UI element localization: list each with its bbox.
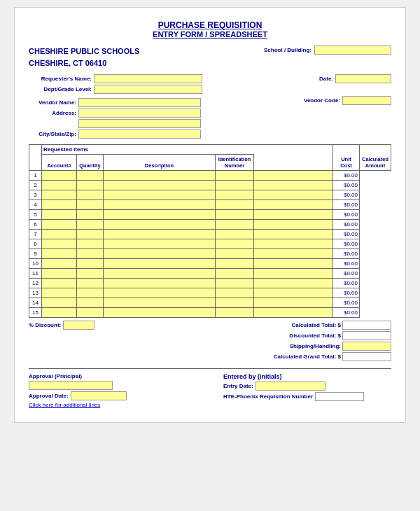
- account-cell[interactable]: [42, 190, 77, 200]
- id-number-cell[interactable]: [216, 259, 254, 269]
- description-cell[interactable]: [104, 171, 216, 181]
- discount-section: % Discount: Calculated Total: $ Discount…: [29, 321, 391, 365]
- account-cell[interactable]: [42, 249, 77, 259]
- unit-cost-cell[interactable]: [254, 181, 333, 190]
- id-number-cell[interactable]: [216, 200, 254, 210]
- account-cell[interactable]: [42, 308, 77, 318]
- quantity-cell[interactable]: [77, 298, 104, 308]
- quantity-cell[interactable]: [77, 249, 104, 259]
- unit-cost-cell[interactable]: [254, 269, 333, 279]
- id-number-cell[interactable]: [216, 171, 254, 181]
- description-cell[interactable]: [104, 308, 216, 318]
- table-row: 7$0.00: [29, 230, 391, 239]
- account-cell[interactable]: [42, 220, 77, 230]
- account-cell[interactable]: [42, 239, 77, 249]
- unit-cost-cell[interactable]: [254, 190, 333, 200]
- requester-input[interactable]: [94, 74, 202, 83]
- description-cell[interactable]: [104, 259, 216, 269]
- id-number-cell[interactable]: [216, 220, 254, 230]
- quantity-cell[interactable]: [77, 220, 104, 230]
- account-cell[interactable]: [42, 230, 77, 239]
- quantity-cell[interactable]: [77, 210, 104, 220]
- unit-cost-cell[interactable]: [254, 288, 333, 298]
- amount-cell: $0.00: [333, 239, 360, 249]
- unit-cost-cell[interactable]: [254, 200, 333, 210]
- quantity-cell[interactable]: [77, 269, 104, 279]
- quantity-cell[interactable]: [77, 171, 104, 181]
- id-number-cell[interactable]: [216, 308, 254, 318]
- description-cell[interactable]: [104, 190, 216, 200]
- discount-input[interactable]: [63, 321, 94, 330]
- unit-cost-cell[interactable]: [254, 171, 333, 181]
- quantity-cell[interactable]: [77, 190, 104, 200]
- description-cell[interactable]: [104, 200, 216, 210]
- approval-date-input[interactable]: [71, 391, 127, 400]
- id-number-cell[interactable]: [216, 269, 254, 279]
- date-input[interactable]: [335, 74, 391, 83]
- vendor-input[interactable]: [78, 98, 201, 107]
- id-number-cell[interactable]: [216, 239, 254, 249]
- unit-cost-cell[interactable]: [254, 298, 333, 308]
- id-number-cell[interactable]: [216, 288, 254, 298]
- description-cell[interactable]: [104, 239, 216, 249]
- account-cell[interactable]: [42, 269, 77, 279]
- address-input2[interactable]: [78, 119, 201, 128]
- description-cell[interactable]: [104, 279, 216, 288]
- quantity-cell[interactable]: [77, 181, 104, 190]
- description-cell[interactable]: [104, 210, 216, 220]
- row-number: 5: [29, 210, 42, 220]
- amount-cell: $0.00: [333, 220, 360, 230]
- unit-cost-cell[interactable]: [254, 259, 333, 269]
- unit-cost-cell[interactable]: [254, 239, 333, 249]
- grand-total-input[interactable]: [342, 352, 391, 361]
- address-input1[interactable]: [78, 108, 201, 118]
- quantity-cell[interactable]: [77, 259, 104, 269]
- entry-date-input[interactable]: [255, 382, 326, 391]
- account-cell[interactable]: [42, 279, 77, 288]
- id-number-cell[interactable]: [216, 190, 254, 200]
- description-cell[interactable]: [104, 230, 216, 239]
- unit-cost-cell[interactable]: [254, 249, 333, 259]
- description-cell[interactable]: [104, 181, 216, 190]
- hte-input[interactable]: [315, 392, 364, 401]
- city-input[interactable]: [78, 130, 201, 139]
- vendor-code-input[interactable]: [342, 96, 391, 105]
- school-building-input[interactable]: [314, 46, 391, 55]
- account-cell[interactable]: [42, 181, 77, 190]
- account-cell[interactable]: [42, 259, 77, 269]
- table-row: 3$0.00: [29, 190, 391, 200]
- account-cell[interactable]: [42, 200, 77, 210]
- unit-cost-cell[interactable]: [254, 220, 333, 230]
- account-cell[interactable]: [42, 298, 77, 308]
- unit-cost-cell[interactable]: [254, 230, 333, 239]
- discounted-total-input[interactable]: [342, 331, 391, 340]
- approval-input[interactable]: [29, 381, 113, 390]
- calculated-total-input[interactable]: [342, 321, 391, 330]
- unit-cost-cell[interactable]: [254, 279, 333, 288]
- description-cell[interactable]: [104, 288, 216, 298]
- quantity-cell[interactable]: [77, 308, 104, 318]
- id-number-cell[interactable]: [216, 298, 254, 308]
- id-number-cell[interactable]: [216, 181, 254, 190]
- quantity-cell[interactable]: [77, 200, 104, 210]
- account-cell[interactable]: [42, 288, 77, 298]
- unit-cost-cell[interactable]: [254, 210, 333, 220]
- description-cell[interactable]: [104, 269, 216, 279]
- id-number-cell[interactable]: [216, 210, 254, 220]
- description-cell[interactable]: [104, 220, 216, 230]
- additional-lines-link[interactable]: Click here for additional lines: [29, 402, 100, 408]
- quantity-cell[interactable]: [77, 230, 104, 239]
- description-cell[interactable]: [104, 298, 216, 308]
- id-number-cell[interactable]: [216, 230, 254, 239]
- quantity-cell[interactable]: [77, 279, 104, 288]
- quantity-cell[interactable]: [77, 239, 104, 249]
- account-cell[interactable]: [42, 171, 77, 181]
- dept-input[interactable]: [94, 85, 202, 94]
- id-number-cell[interactable]: [216, 249, 254, 259]
- id-number-cell[interactable]: [216, 279, 254, 288]
- account-cell[interactable]: [42, 210, 77, 220]
- description-cell[interactable]: [104, 249, 216, 259]
- unit-cost-cell[interactable]: [254, 308, 333, 318]
- quantity-cell[interactable]: [77, 288, 104, 298]
- shipping-input[interactable]: [342, 342, 391, 351]
